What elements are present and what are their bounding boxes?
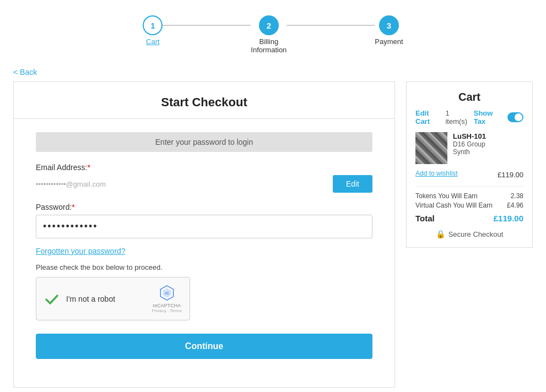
progress-bar: 1 Cart 2 BillingInformation 3 Payment (0, 0, 546, 63)
password-label: Password:* (36, 203, 372, 211)
checkout-body: Enter your password to login Email Addre… (14, 119, 394, 372)
lock-icon: 🔒 (436, 230, 445, 238)
cart-product: LuSH-101 D16 Group Synth (415, 132, 523, 164)
edit-email-button[interactable]: Edit (333, 175, 372, 193)
cart-totals: Tokens You Will Earn 2.38 Virtual Cash Y… (415, 186, 523, 223)
step-2-circle[interactable]: 2 (259, 15, 279, 35)
tokens-label: Tokens You Will Earn (415, 192, 478, 200)
step-2-label: BillingInformation (251, 37, 286, 54)
secure-checkout-label: Secure Checkout (448, 230, 504, 238)
virtual-cash-value: £4.96 (507, 202, 523, 209)
total-label: Total (415, 214, 435, 223)
product-type: Synth (453, 148, 523, 156)
edit-cart-link[interactable]: Edit Cart (415, 109, 441, 126)
captcha-checkmark-icon (44, 291, 60, 307)
step-1-circle[interactable]: 1 (143, 15, 163, 35)
product-thumb-image (415, 132, 447, 164)
tokens-value: 2.38 (511, 192, 523, 200)
secure-checkout: 🔒 Secure Checkout (415, 230, 523, 238)
captcha-instruction: Please check the box below to proceed. (36, 263, 372, 271)
add-to-wishlist-link[interactable]: Add to wishlist (415, 170, 458, 177)
forgot-password-link[interactable]: Forgotten your password? (36, 247, 126, 255)
email-row: ••••••••••••@gmail.com Edit (36, 175, 372, 193)
captcha-logo: rC reCAPTCHA Privacy · Terms (152, 284, 182, 313)
wishlist-price-row: Add to wishlist £119.00 (415, 170, 523, 179)
checkout-panel: Start Checkout Enter your password to lo… (13, 81, 395, 388)
show-tax-toggle[interactable] (507, 112, 523, 122)
cart-title: Cart (415, 91, 523, 104)
step-3: 3 Payment (375, 15, 403, 46)
step-3-label: Payment (375, 37, 403, 46)
back-link[interactable]: < Back (13, 68, 37, 77)
virtual-cash-row: Virtual Cash You Will Earn £4.96 (415, 202, 523, 209)
password-input[interactable] (36, 215, 372, 238)
cart-meta: Edit Cart 1 item(s) Show Tax (415, 109, 523, 126)
virtual-cash-label: Virtual Cash You Will Earn (415, 202, 493, 209)
cart-panel: Cart Edit Cart 1 item(s) Show Tax LuSH-1… (406, 81, 533, 248)
step-3-circle[interactable]: 3 (379, 15, 399, 35)
checkout-title: Start Checkout (14, 82, 394, 119)
step-2: 2 BillingInformation (251, 15, 286, 54)
product-brand: D16 Group (453, 140, 523, 148)
step-1: 1 Cart (143, 15, 163, 46)
product-name: LuSH-101 (453, 132, 523, 140)
step-1-label[interactable]: Cart (146, 37, 160, 46)
total-amount: £119.00 (494, 214, 523, 223)
svg-text:rC: rC (165, 291, 170, 296)
email-value: ••••••••••••@gmail.com (36, 180, 324, 188)
captcha-box[interactable]: I'm not a robot rC reCAPTCHA Privacy · T… (36, 277, 190, 320)
password-hint-bar: Enter your password to login (36, 132, 372, 152)
product-thumbnail (415, 132, 447, 164)
show-tax-link[interactable]: Show Tax (474, 109, 502, 126)
main-content: Start Checkout Enter your password to lo… (0, 81, 546, 392)
product-price: £119.00 (498, 171, 523, 179)
back-link-container: < Back (0, 63, 546, 81)
step-line-2 (286, 25, 375, 26)
product-info: LuSH-101 D16 Group Synth (453, 132, 523, 156)
cart-total-row: Total £119.00 (415, 214, 523, 223)
items-count: 1 item(s) (445, 109, 469, 126)
continue-button[interactable]: Continue (36, 334, 372, 359)
captcha-label: I'm not a robot (66, 295, 146, 303)
recaptcha-icon: rC (158, 284, 176, 302)
tokens-row: Tokens You Will Earn 2.38 (415, 192, 523, 200)
step-line-1 (163, 25, 251, 26)
email-label: Email Address:* (36, 163, 372, 172)
